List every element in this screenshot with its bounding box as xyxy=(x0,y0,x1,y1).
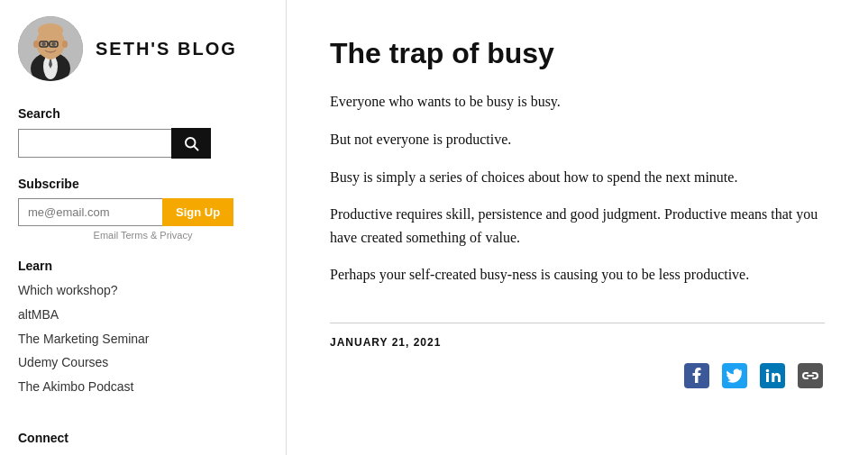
post-paragraph-4: Productive requires skill, persistence a… xyxy=(330,203,825,249)
subscribe-row: Sign Up xyxy=(18,198,268,226)
subscribe-section: Subscribe Sign Up Email Terms & Privacy xyxy=(0,168,286,250)
svg-point-12 xyxy=(33,41,39,48)
subscribe-button[interactable]: Sign Up xyxy=(162,198,233,226)
learn-link-udemy[interactable]: Udemy Courses xyxy=(18,352,268,374)
svg-point-11 xyxy=(51,42,56,46)
email-terms: Email Terms & Privacy xyxy=(18,230,268,241)
search-section: Search xyxy=(0,97,286,168)
connect-section: Connect xyxy=(0,422,286,455)
svg-point-20 xyxy=(766,369,770,373)
facebook-icon xyxy=(684,363,709,388)
post-paragraph-3: Busy is simply a series of choices about… xyxy=(330,166,825,189)
learn-links: Which workshop? altMBA The Marketing Sem… xyxy=(18,280,268,398)
search-row xyxy=(18,128,268,159)
svg-point-13 xyxy=(62,41,68,48)
svg-point-6 xyxy=(38,23,63,38)
copy-link-share-button[interactable] xyxy=(796,361,825,390)
subscribe-email-input[interactable] xyxy=(18,198,162,226)
svg-rect-19 xyxy=(766,373,769,382)
sidebar-header: SETH'S BLOG xyxy=(0,0,286,97)
post-paragraph-5: Perhaps your self-created busy-ness is c… xyxy=(330,263,825,287)
facebook-share-button[interactable] xyxy=(682,361,711,390)
twitter-icon xyxy=(722,363,747,388)
post-date: JANUARY 21, 2021 xyxy=(330,336,825,349)
share-icons xyxy=(330,361,825,390)
search-input[interactable] xyxy=(18,129,171,158)
post-paragraph-2: But not everyone is productive. xyxy=(330,128,825,151)
linkedin-share-button[interactable] xyxy=(758,361,787,390)
learn-link-marketing-seminar[interactable]: The Marketing Seminar xyxy=(18,329,268,350)
search-button[interactable] xyxy=(171,128,211,159)
learn-section: Learn Which workshop? altMBA The Marketi… xyxy=(0,250,286,407)
search-label: Search xyxy=(18,106,268,121)
post-body: Everyone who wants to be busy is busy. B… xyxy=(330,90,825,301)
post-paragraph-1: Everyone who wants to be busy is busy. xyxy=(330,90,825,114)
linkedin-icon xyxy=(760,363,785,388)
subscribe-label: Subscribe xyxy=(18,177,268,191)
learn-link-workshop[interactable]: Which workshop? xyxy=(18,280,268,302)
learn-link-akimbo[interactable]: The Akimbo Podcast xyxy=(18,377,268,398)
post-footer: JANUARY 21, 2021 xyxy=(330,323,825,390)
search-icon xyxy=(183,135,199,151)
learn-link-altmba[interactable]: altMBA xyxy=(18,305,268,326)
connect-label: Connect xyxy=(18,431,268,445)
main-content: The trap of busy Everyone who wants to b… xyxy=(287,0,868,455)
learn-label: Learn xyxy=(18,259,268,273)
blog-title: SETH'S BLOG xyxy=(96,38,237,59)
link-icon xyxy=(798,363,823,388)
svg-point-10 xyxy=(41,42,46,46)
twitter-share-button[interactable] xyxy=(720,361,749,390)
post-title: The trap of busy xyxy=(330,36,825,70)
sidebar: SETH'S BLOG Search Subscribe Sign Up Ema… xyxy=(0,0,287,455)
avatar xyxy=(18,16,83,81)
svg-line-15 xyxy=(194,146,197,150)
